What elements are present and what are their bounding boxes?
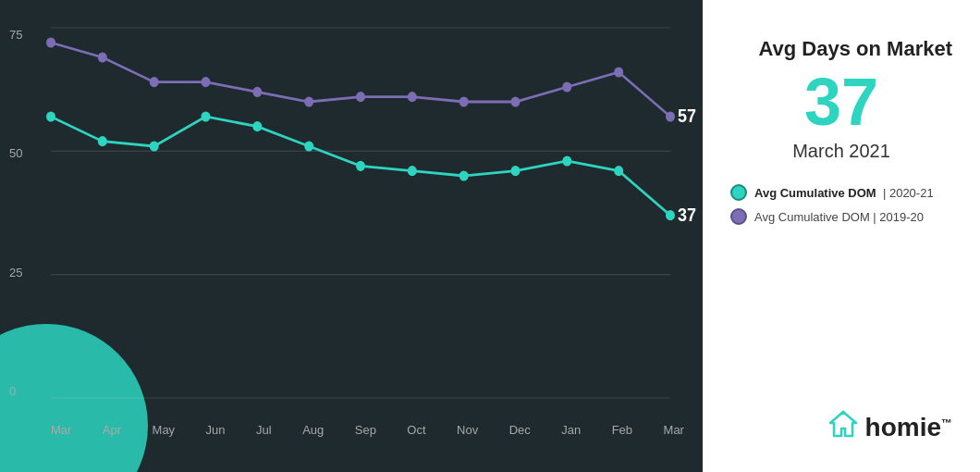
- teal-dot-3: [202, 111, 211, 121]
- homie-trademark: ™: [941, 416, 952, 429]
- x-label-dec: Dec: [509, 423, 531, 437]
- teal-dot-12: [666, 210, 675, 220]
- purple-dot-9: [511, 96, 521, 106]
- teal-dot-7: [408, 166, 417, 176]
- stat-title: Avg Days on Market: [730, 37, 952, 61]
- x-label-mar1: Mar: [51, 423, 71, 437]
- purple-dot-1: [98, 52, 107, 62]
- teal-dot-6: [356, 161, 365, 171]
- x-label-may: May: [153, 423, 176, 437]
- teal-dot-1: [98, 136, 107, 146]
- teal-dot-8: [459, 170, 469, 180]
- purple-dot-7: [408, 92, 417, 102]
- x-label-aug: Aug: [302, 423, 324, 437]
- legend: Avg Cumulative DOM | 2020-21 Avg Cumulat…: [730, 184, 934, 225]
- purple-line: [51, 43, 670, 117]
- teal-dot-0: [46, 111, 55, 121]
- chart-drawing-area: 57 37: [51, 28, 684, 398]
- x-label-mar2: Mar: [664, 423, 684, 437]
- homie-house-icon: [827, 410, 860, 438]
- svg-marker-4: [839, 410, 847, 415]
- purple-dot-5: [304, 96, 313, 106]
- teal-dot-5: [304, 141, 313, 151]
- purple-dot-0: [46, 37, 55, 47]
- x-label-jan: Jan: [561, 423, 581, 437]
- chart-svg: 57 37: [51, 28, 684, 398]
- homie-name: homie: [865, 413, 941, 441]
- x-label-jun: Jun: [206, 423, 226, 437]
- x-label-oct: Oct: [407, 423, 425, 437]
- purple-dot-2: [150, 77, 159, 87]
- homie-wordmark: homie™: [865, 413, 952, 442]
- y-label-25: 25: [9, 266, 22, 279]
- end-label-teal: 37: [678, 205, 696, 225]
- purple-dot-8: [459, 96, 469, 106]
- teal-dot-10: [562, 155, 571, 166]
- legend-item-purple: Avg Cumulative DOM | 2019-20: [730, 208, 934, 225]
- purple-dot-6: [356, 92, 365, 102]
- x-label-sep: Sep: [355, 423, 376, 437]
- purple-dot-4: [252, 87, 262, 97]
- stat-date: March 2021: [730, 141, 952, 162]
- y-label-50: 50: [9, 146, 22, 160]
- end-label-purple: 57: [678, 106, 696, 126]
- y-label-75: 75: [9, 28, 22, 42]
- x-label-apr: Apr: [103, 423, 121, 437]
- teal-dot-11: [614, 166, 623, 176]
- legend-purple-text: Avg Cumulative DOM | 2019-20: [754, 210, 924, 224]
- x-axis-labels: Mar Apr May Jun Jul Aug Sep Oct Nov Dec …: [51, 423, 684, 437]
- stat-number: 37: [730, 68, 952, 135]
- x-label-nov: Nov: [457, 423, 478, 437]
- legend-dot-purple: [730, 208, 747, 225]
- y-axis-labels: 75 50 25 0: [9, 28, 22, 398]
- y-label-0: 0: [9, 384, 22, 398]
- legend-dot-teal: [730, 184, 747, 201]
- x-label-jul: Jul: [256, 423, 272, 437]
- x-label-feb: Feb: [612, 423, 632, 437]
- teal-dot-9: [511, 166, 521, 176]
- homie-logo: homie™: [827, 410, 952, 444]
- purple-dot-10: [562, 81, 571, 92]
- right-panel: Avg Days on Market 37 March 2021 Avg Cum…: [703, 0, 980, 472]
- homie-icon: [827, 410, 860, 444]
- teal-dot-2: [150, 141, 159, 151]
- legend-teal-text: Avg Cumulative DOM | 2020-21: [754, 186, 934, 200]
- legend-item-teal: Avg Cumulative DOM | 2020-21: [730, 184, 934, 201]
- legend-teal-bold: Avg Cumulative DOM: [754, 186, 876, 200]
- teal-dot-4: [252, 121, 262, 131]
- chart-panel: 75 50 25 0: [0, 0, 703, 472]
- purple-dot-12: [666, 111, 675, 121]
- purple-dot-3: [202, 77, 211, 87]
- purple-dot-11: [614, 67, 623, 77]
